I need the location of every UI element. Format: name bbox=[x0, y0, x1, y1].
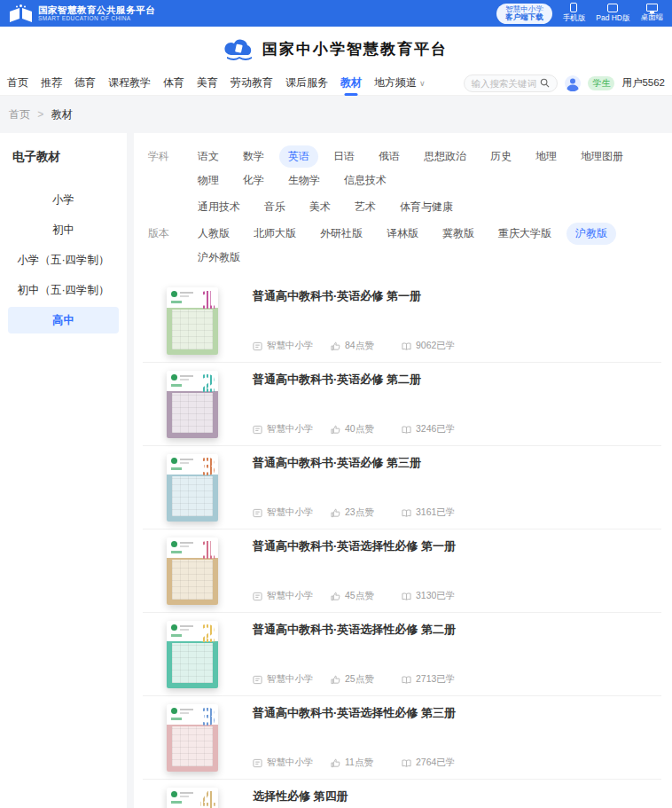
book-likes: 11点赞 bbox=[345, 757, 373, 769]
book-cover[interactable]: 3 bbox=[167, 454, 218, 522]
thumbs-up-icon bbox=[331, 341, 340, 351]
cloud-logo-icon bbox=[224, 37, 254, 60]
subject-japanese[interactable]: 日语 bbox=[324, 145, 363, 168]
book-row[interactable]: 4 选择性必修 第四册 智慧中小学 1点赞 268已学 bbox=[143, 780, 661, 808]
subject-art[interactable]: 美术 bbox=[301, 196, 340, 218]
edition-yilin[interactable]: 译林版 bbox=[378, 223, 427, 245]
desktop-version-link[interactable]: 桌面端 bbox=[641, 3, 664, 24]
edition-filter-label: 版本 bbox=[148, 226, 178, 241]
sidebar-item-primary[interactable]: 小学 bbox=[8, 186, 119, 213]
sidebar-item-senior[interactable]: 高中 bbox=[8, 307, 119, 333]
edition-beishida[interactable]: 北师大版 bbox=[245, 223, 305, 245]
client-download-button[interactable]: 智慧中小学 客户端下载 bbox=[496, 4, 552, 24]
cover-volume-number: 3 bbox=[199, 704, 216, 730]
cover-map-art bbox=[172, 560, 213, 600]
gov-logo-title: 国家智慧教育公共服务平台 bbox=[38, 4, 155, 15]
book-title[interactable]: 普通高中教科书·英语必修 第一册 bbox=[253, 288, 455, 304]
user-name[interactable]: 用户5562 bbox=[621, 76, 665, 90]
book-title[interactable]: 普通高中教科书·英语选择性必修 第三册 bbox=[253, 705, 456, 721]
book-row[interactable]: 3 普通高中教科书·英语选择性必修 第三册 智慧中小学 11点赞 2764已学 bbox=[143, 696, 661, 780]
cover-map-art bbox=[172, 310, 213, 349]
subject-filter-label: 学科 bbox=[148, 149, 178, 164]
subject-pe-health[interactable]: 体育与健康 bbox=[391, 196, 462, 218]
subject-math[interactable]: 数学 bbox=[234, 145, 273, 168]
thumbs-up-icon bbox=[331, 758, 340, 768]
mobile-version-link[interactable]: 手机版 bbox=[563, 3, 586, 24]
book-learned: 3246已学 bbox=[416, 423, 455, 435]
learned-book-icon bbox=[402, 758, 411, 768]
nav-item-textbooks[interactable]: 教材 bbox=[340, 71, 362, 96]
nav-item-afterschool[interactable]: 课后服务 bbox=[285, 71, 328, 96]
nav-item-moral[interactable]: 德育 bbox=[74, 71, 96, 96]
edition-jijiao[interactable]: 冀教版 bbox=[434, 223, 483, 245]
book-cover[interactable]: 2 bbox=[167, 371, 218, 438]
book-title[interactable]: 普通高中教科书·英语必修 第二册 bbox=[253, 372, 455, 388]
subject-chinese[interactable]: 语文 bbox=[189, 145, 228, 168]
site-title: 国家中小学智慧教育平台 bbox=[262, 39, 448, 59]
nav-item-sports[interactable]: 体育 bbox=[163, 71, 184, 96]
book-title[interactable]: 选择性必修 第四册 bbox=[253, 788, 450, 804]
subject-it[interactable]: 信息技术 bbox=[335, 169, 395, 192]
subject-chemistry[interactable]: 化学 bbox=[234, 169, 273, 192]
book-cover[interactable]: 1 bbox=[167, 537, 218, 605]
subject-general-tech[interactable]: 通用技术 bbox=[189, 196, 249, 218]
search-icon[interactable] bbox=[540, 78, 550, 88]
site-header: 国家中小学智慧教育平台 bbox=[0, 27, 672, 71]
edition-chongqing[interactable]: 重庆大学版 bbox=[489, 223, 560, 245]
book-title[interactable]: 普通高中教科书·英语选择性必修 第二册 bbox=[253, 622, 456, 638]
desktop-icon bbox=[646, 4, 658, 12]
subject-english[interactable]: 英语 bbox=[279, 145, 318, 168]
source-icon bbox=[253, 675, 262, 685]
search-input[interactable] bbox=[471, 78, 540, 89]
subject-politics[interactable]: 思想政治 bbox=[415, 145, 475, 168]
book-source: 智慧中小学 bbox=[267, 757, 314, 769]
phone-icon bbox=[570, 3, 577, 12]
book-cover[interactable]: 1 bbox=[167, 287, 218, 355]
book-row[interactable]: 2 普通高中教科书·英语必修 第二册 智慧中小学 40点赞 3246已学 bbox=[143, 363, 661, 446]
sidebar-item-primary-54[interactable]: 小学（五·四学制） bbox=[8, 247, 119, 273]
nav-item-recommend[interactable]: 推荐 bbox=[41, 71, 62, 96]
breadcrumb-separator: > bbox=[37, 108, 43, 121]
book-list: 1 普通高中教科书·英语必修 第一册 智慧中小学 84点赞 9062已学 2 bbox=[143, 279, 661, 808]
avatar[interactable] bbox=[565, 75, 581, 91]
main-panel: 学科 语文 数学 英语 日语 俄语 思想政治 历史 地理 地理图册 物理 化学 … bbox=[134, 133, 672, 808]
chevron-down-icon: ∨ bbox=[419, 79, 426, 88]
cover-map-art bbox=[172, 643, 213, 683]
search-box[interactable] bbox=[464, 75, 558, 92]
sidebar-item-junior[interactable]: 初中 bbox=[8, 216, 119, 243]
book-row[interactable]: 2 普通高中教科书·英语选择性必修 第二册 智慧中小学 25点赞 2713已学 bbox=[143, 613, 661, 696]
book-title[interactable]: 普通高中教科书·英语选择性必修 第一册 bbox=[253, 538, 456, 554]
edition-renjiao[interactable]: 人教版 bbox=[189, 223, 238, 245]
subject-geography[interactable]: 地理 bbox=[527, 145, 566, 168]
book-title[interactable]: 普通高中教科书·英语必修 第三册 bbox=[253, 455, 455, 471]
pad-hd-version-link[interactable]: Pad HD版 bbox=[596, 3, 629, 24]
cover-volume-number: 1 bbox=[199, 537, 216, 563]
subject-biology[interactable]: 生物学 bbox=[279, 169, 329, 192]
book-row[interactable]: 1 普通高中教科书·英语必修 第一册 智慧中小学 84点赞 9062已学 bbox=[143, 279, 661, 363]
subject-arts[interactable]: 艺术 bbox=[346, 196, 385, 218]
subject-history[interactable]: 历史 bbox=[481, 145, 520, 168]
nav-item-labor[interactable]: 劳动教育 bbox=[231, 71, 273, 96]
sidebar-item-junior-54[interactable]: 初中（五·四学制） bbox=[8, 277, 119, 303]
nav-item-local-channel[interactable]: 地方频道 ∨ bbox=[374, 71, 426, 96]
book-row[interactable]: 1 普通高中教科书·英语选择性必修 第一册 智慧中小学 45点赞 3130已学 bbox=[143, 530, 661, 613]
book-learned: 9062已学 bbox=[416, 340, 455, 352]
book-likes: 40点赞 bbox=[345, 423, 374, 435]
subject-russian[interactable]: 俄语 bbox=[370, 145, 409, 168]
subject-music[interactable]: 音乐 bbox=[255, 196, 294, 218]
device-label: 手机版 bbox=[563, 13, 586, 24]
subject-physics[interactable]: 物理 bbox=[189, 169, 228, 192]
subject-geo-atlas[interactable]: 地理图册 bbox=[572, 145, 632, 168]
nav-item-teaching[interactable]: 课程教学 bbox=[108, 71, 151, 96]
book-cover[interactable]: 4 bbox=[167, 788, 218, 808]
nav-item-home[interactable]: 首页 bbox=[7, 71, 28, 96]
edition-huwaijiao[interactable]: 沪外教版 bbox=[189, 247, 249, 269]
book-cover[interactable]: 2 bbox=[167, 621, 218, 688]
edition-hujiao[interactable]: 沪教版 bbox=[567, 223, 616, 245]
book-row[interactable]: 3 普通高中教科书·英语必修 第三册 智慧中小学 23点赞 3161已学 bbox=[143, 446, 661, 530]
nav-item-arts[interactable]: 美育 bbox=[197, 71, 218, 96]
edition-waiyanshe[interactable]: 外研社版 bbox=[311, 223, 371, 245]
book-learned: 2764已学 bbox=[416, 757, 455, 769]
breadcrumb-home[interactable]: 首页 bbox=[9, 108, 30, 121]
book-cover[interactable]: 3 bbox=[167, 704, 218, 772]
